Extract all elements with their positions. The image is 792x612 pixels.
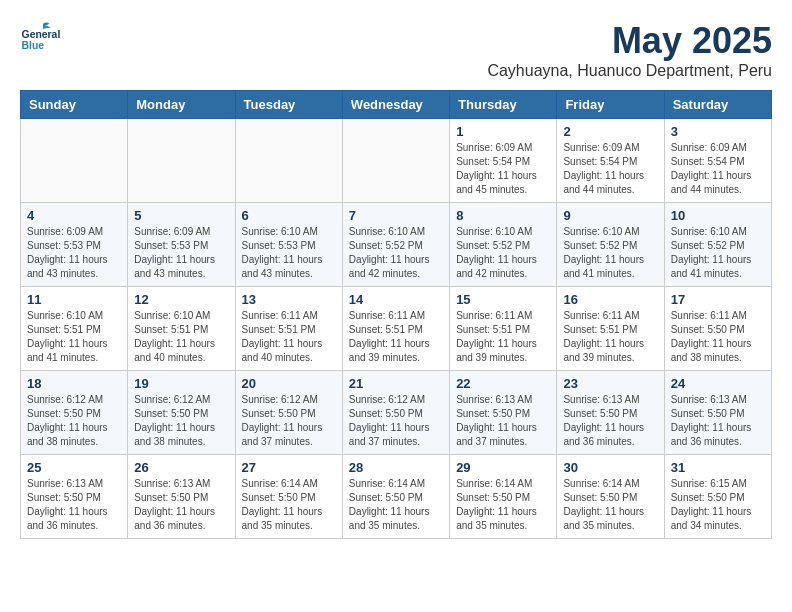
calendar-cell: 17Sunrise: 6:11 AM Sunset: 5:50 PM Dayli… — [664, 287, 771, 371]
calendar-week-5: 25Sunrise: 6:13 AM Sunset: 5:50 PM Dayli… — [21, 455, 772, 539]
day-info: Sunrise: 6:10 AM Sunset: 5:52 PM Dayligh… — [456, 225, 550, 281]
calendar-cell: 15Sunrise: 6:11 AM Sunset: 5:51 PM Dayli… — [450, 287, 557, 371]
day-number: 16 — [563, 292, 657, 307]
day-number: 13 — [242, 292, 336, 307]
weekday-header-monday: Monday — [128, 91, 235, 119]
calendar-week-2: 4Sunrise: 6:09 AM Sunset: 5:53 PM Daylig… — [21, 203, 772, 287]
day-number: 21 — [349, 376, 443, 391]
day-number: 23 — [563, 376, 657, 391]
day-info: Sunrise: 6:09 AM Sunset: 5:54 PM Dayligh… — [563, 141, 657, 197]
day-number: 30 — [563, 460, 657, 475]
weekday-header-saturday: Saturday — [664, 91, 771, 119]
calendar-cell: 30Sunrise: 6:14 AM Sunset: 5:50 PM Dayli… — [557, 455, 664, 539]
calendar-cell: 6Sunrise: 6:10 AM Sunset: 5:53 PM Daylig… — [235, 203, 342, 287]
calendar-cell — [342, 119, 449, 203]
calendar-cell: 20Sunrise: 6:12 AM Sunset: 5:50 PM Dayli… — [235, 371, 342, 455]
calendar-subtitle: Cayhuayna, Huanuco Department, Peru — [487, 62, 772, 80]
day-info: Sunrise: 6:14 AM Sunset: 5:50 PM Dayligh… — [456, 477, 550, 533]
calendar-cell: 23Sunrise: 6:13 AM Sunset: 5:50 PM Dayli… — [557, 371, 664, 455]
calendar-week-1: 1Sunrise: 6:09 AM Sunset: 5:54 PM Daylig… — [21, 119, 772, 203]
calendar-cell: 21Sunrise: 6:12 AM Sunset: 5:50 PM Dayli… — [342, 371, 449, 455]
calendar-cell: 1Sunrise: 6:09 AM Sunset: 5:54 PM Daylig… — [450, 119, 557, 203]
calendar-cell: 25Sunrise: 6:13 AM Sunset: 5:50 PM Dayli… — [21, 455, 128, 539]
weekday-header-wednesday: Wednesday — [342, 91, 449, 119]
calendar-title: May 2025 — [487, 20, 772, 62]
day-number: 1 — [456, 124, 550, 139]
title-area: May 2025 Cayhuayna, Huanuco Department, … — [487, 20, 772, 80]
day-info: Sunrise: 6:11 AM Sunset: 5:51 PM Dayligh… — [242, 309, 336, 365]
day-number: 27 — [242, 460, 336, 475]
day-number: 8 — [456, 208, 550, 223]
day-number: 7 — [349, 208, 443, 223]
calendar-cell: 18Sunrise: 6:12 AM Sunset: 5:50 PM Dayli… — [21, 371, 128, 455]
day-number: 4 — [27, 208, 121, 223]
day-number: 24 — [671, 376, 765, 391]
calendar-cell — [21, 119, 128, 203]
day-number: 28 — [349, 460, 443, 475]
logo: General Blue — [20, 20, 60, 60]
calendar-week-4: 18Sunrise: 6:12 AM Sunset: 5:50 PM Dayli… — [21, 371, 772, 455]
day-number: 3 — [671, 124, 765, 139]
calendar-cell: 24Sunrise: 6:13 AM Sunset: 5:50 PM Dayli… — [664, 371, 771, 455]
day-number: 11 — [27, 292, 121, 307]
day-info: Sunrise: 6:13 AM Sunset: 5:50 PM Dayligh… — [563, 393, 657, 449]
day-info: Sunrise: 6:11 AM Sunset: 5:51 PM Dayligh… — [456, 309, 550, 365]
day-info: Sunrise: 6:13 AM Sunset: 5:50 PM Dayligh… — [671, 393, 765, 449]
calendar-week-3: 11Sunrise: 6:10 AM Sunset: 5:51 PM Dayli… — [21, 287, 772, 371]
day-info: Sunrise: 6:12 AM Sunset: 5:50 PM Dayligh… — [242, 393, 336, 449]
day-number: 6 — [242, 208, 336, 223]
calendar-cell: 11Sunrise: 6:10 AM Sunset: 5:51 PM Dayli… — [21, 287, 128, 371]
page-header: General Blue May 2025 Cayhuayna, Huanuco… — [20, 20, 772, 80]
day-number: 31 — [671, 460, 765, 475]
logo-icon: General Blue — [20, 20, 60, 60]
day-number: 14 — [349, 292, 443, 307]
day-info: Sunrise: 6:11 AM Sunset: 5:50 PM Dayligh… — [671, 309, 765, 365]
calendar-cell: 5Sunrise: 6:09 AM Sunset: 5:53 PM Daylig… — [128, 203, 235, 287]
day-info: Sunrise: 6:10 AM Sunset: 5:51 PM Dayligh… — [134, 309, 228, 365]
day-info: Sunrise: 6:09 AM Sunset: 5:53 PM Dayligh… — [27, 225, 121, 281]
day-info: Sunrise: 6:13 AM Sunset: 5:50 PM Dayligh… — [456, 393, 550, 449]
calendar-cell: 16Sunrise: 6:11 AM Sunset: 5:51 PM Dayli… — [557, 287, 664, 371]
day-info: Sunrise: 6:10 AM Sunset: 5:51 PM Dayligh… — [27, 309, 121, 365]
calendar-cell — [128, 119, 235, 203]
calendar-cell: 29Sunrise: 6:14 AM Sunset: 5:50 PM Dayli… — [450, 455, 557, 539]
calendar-cell: 4Sunrise: 6:09 AM Sunset: 5:53 PM Daylig… — [21, 203, 128, 287]
calendar-cell: 22Sunrise: 6:13 AM Sunset: 5:50 PM Dayli… — [450, 371, 557, 455]
day-info: Sunrise: 6:14 AM Sunset: 5:50 PM Dayligh… — [349, 477, 443, 533]
day-info: Sunrise: 6:13 AM Sunset: 5:50 PM Dayligh… — [134, 477, 228, 533]
day-info: Sunrise: 6:10 AM Sunset: 5:53 PM Dayligh… — [242, 225, 336, 281]
calendar-cell: 8Sunrise: 6:10 AM Sunset: 5:52 PM Daylig… — [450, 203, 557, 287]
calendar-cell — [235, 119, 342, 203]
day-number: 10 — [671, 208, 765, 223]
day-number: 18 — [27, 376, 121, 391]
day-info: Sunrise: 6:11 AM Sunset: 5:51 PM Dayligh… — [563, 309, 657, 365]
calendar-cell: 26Sunrise: 6:13 AM Sunset: 5:50 PM Dayli… — [128, 455, 235, 539]
day-number: 26 — [134, 460, 228, 475]
day-number: 5 — [134, 208, 228, 223]
calendar-cell: 14Sunrise: 6:11 AM Sunset: 5:51 PM Dayli… — [342, 287, 449, 371]
day-info: Sunrise: 6:11 AM Sunset: 5:51 PM Dayligh… — [349, 309, 443, 365]
day-info: Sunrise: 6:09 AM Sunset: 5:53 PM Dayligh… — [134, 225, 228, 281]
weekday-header-friday: Friday — [557, 91, 664, 119]
weekday-header-sunday: Sunday — [21, 91, 128, 119]
day-number: 25 — [27, 460, 121, 475]
calendar-cell: 13Sunrise: 6:11 AM Sunset: 5:51 PM Dayli… — [235, 287, 342, 371]
day-info: Sunrise: 6:12 AM Sunset: 5:50 PM Dayligh… — [27, 393, 121, 449]
svg-text:General: General — [22, 29, 60, 40]
day-info: Sunrise: 6:14 AM Sunset: 5:50 PM Dayligh… — [563, 477, 657, 533]
day-number: 15 — [456, 292, 550, 307]
day-number: 29 — [456, 460, 550, 475]
day-info: Sunrise: 6:12 AM Sunset: 5:50 PM Dayligh… — [134, 393, 228, 449]
day-info: Sunrise: 6:10 AM Sunset: 5:52 PM Dayligh… — [349, 225, 443, 281]
weekday-header-thursday: Thursday — [450, 91, 557, 119]
calendar-cell: 9Sunrise: 6:10 AM Sunset: 5:52 PM Daylig… — [557, 203, 664, 287]
calendar-cell: 31Sunrise: 6:15 AM Sunset: 5:50 PM Dayli… — [664, 455, 771, 539]
day-info: Sunrise: 6:09 AM Sunset: 5:54 PM Dayligh… — [456, 141, 550, 197]
day-number: 17 — [671, 292, 765, 307]
day-number: 9 — [563, 208, 657, 223]
calendar-cell: 2Sunrise: 6:09 AM Sunset: 5:54 PM Daylig… — [557, 119, 664, 203]
calendar-cell: 28Sunrise: 6:14 AM Sunset: 5:50 PM Dayli… — [342, 455, 449, 539]
calendar-table: SundayMondayTuesdayWednesdayThursdayFrid… — [20, 90, 772, 539]
day-number: 22 — [456, 376, 550, 391]
calendar-cell: 10Sunrise: 6:10 AM Sunset: 5:52 PM Dayli… — [664, 203, 771, 287]
